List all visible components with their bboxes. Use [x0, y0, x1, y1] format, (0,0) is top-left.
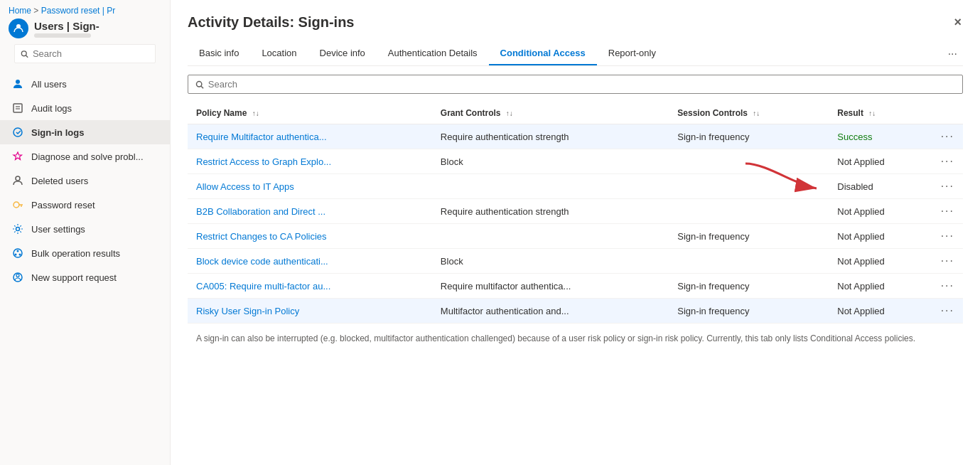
tabs-container: Basic info Location Device info Authenti… — [188, 42, 963, 66]
table-footnote: A sign-in can also be interrupted (e.g. … — [188, 324, 963, 351]
sort-icon-grant[interactable]: ↑↓ — [506, 109, 513, 117]
cell-more-0[interactable]: ··· — [932, 124, 963, 149]
sidebar-item-deleted-users[interactable]: Deleted users — [0, 169, 170, 193]
tab-device-info[interactable]: Device info — [308, 42, 377, 65]
cell-grant-controls-1: Block — [432, 149, 669, 174]
cell-more-4[interactable]: ··· — [932, 224, 963, 249]
cell-policy-name-2[interactable]: Allow Access to IT Apps — [188, 174, 432, 199]
cell-policy-name-3[interactable]: B2B Collaboration and Direct ... — [188, 199, 432, 224]
svg-point-19 — [196, 81, 201, 86]
cell-result-4: Not Applied — [829, 224, 932, 249]
cell-policy-name-4[interactable]: Restrict Changes to CA Policies — [188, 224, 432, 249]
svg-point-16 — [19, 254, 21, 256]
sort-icon-session[interactable]: ↑↓ — [753, 109, 760, 117]
table-row: Restrict Access to Graph Explo...BlockNo… — [188, 149, 963, 174]
table-search-input[interactable] — [208, 79, 955, 90]
tab-conditional-access[interactable]: Conditional Access — [489, 42, 597, 65]
col-policy-name[interactable]: Policy Name ↑↓ — [188, 102, 432, 124]
cell-session-controls-2 — [669, 174, 829, 199]
table-search-box[interactable] — [188, 75, 963, 94]
tab-auth-details[interactable]: Authentication Details — [377, 42, 489, 65]
cell-more-6[interactable]: ··· — [932, 274, 963, 299]
cell-more-5[interactable]: ··· — [932, 249, 963, 274]
settings-icon — [11, 223, 24, 235]
cell-policy-name-5[interactable]: Block device code authenticati... — [188, 249, 432, 274]
cell-grant-controls-7: Multifactor authentication and... — [432, 299, 669, 324]
search-icon — [21, 50, 28, 58]
cell-policy-name-7[interactable]: Risky User Sign-in Policy — [188, 299, 432, 324]
dialog-wrapper: Activity Details: Sign-ins × Basic info … — [171, 0, 980, 465]
diagnose-icon — [11, 150, 24, 163]
cell-policy-name-6[interactable]: CA005: Require multi-factor au... — [188, 274, 432, 299]
svg-point-18 — [16, 274, 19, 277]
sidebar-search-input[interactable] — [33, 48, 149, 59]
svg-point-15 — [15, 254, 17, 256]
close-button[interactable]: × — [952, 14, 963, 30]
cell-policy-name-0[interactable]: Require Multifactor authentica... — [188, 124, 432, 149]
cell-result-2: Disabled — [829, 174, 932, 199]
svg-point-1 — [21, 50, 26, 55]
dialog-title-text: Activity Details: Sign-ins — [188, 14, 355, 31]
sort-icon-result[interactable]: ↑↓ — [868, 109, 876, 117]
person-icon — [11, 78, 24, 90]
sidebar-item-sign-in-logs[interactable]: Sign-in logs — [0, 120, 170, 144]
cell-result-3: Not Applied — [829, 199, 932, 224]
tab-basic-info[interactable]: Basic info — [188, 42, 250, 65]
sidebar-item-password-reset[interactable]: Password reset — [0, 193, 170, 217]
sidebar-label-sign-in-logs: Sign-in logs — [31, 127, 84, 138]
cell-grant-controls-2 — [432, 174, 669, 199]
sidebar-label-audit-logs: Audit logs — [31, 103, 72, 114]
cell-session-controls-6: Sign-in frequency — [669, 274, 829, 299]
cell-grant-controls-0: Require authentication strength — [432, 124, 669, 149]
breadcrumb-home[interactable]: Home — [9, 6, 31, 16]
cell-result-7: Not Applied — [829, 299, 932, 324]
breadcrumb-link[interactable]: Password reset | Pr — [41, 6, 115, 16]
sidebar-item-new-support[interactable]: New support request — [0, 265, 170, 289]
col-grant-controls[interactable]: Grant Controls ↑↓ — [432, 102, 669, 124]
cell-session-controls-1 — [669, 149, 829, 174]
cell-grant-controls-3: Require authentication strength — [432, 199, 669, 224]
col-session-controls[interactable]: Session Controls ↑↓ — [669, 102, 829, 124]
sort-icon-policy[interactable]: ↑↓ — [252, 109, 259, 117]
cell-result-1: Not Applied — [829, 149, 932, 174]
svg-point-7 — [14, 128, 22, 137]
log-icon — [11, 102, 24, 114]
sidebar-label-diagnose: Diagnose and solve probl... — [31, 151, 144, 162]
svg-line-20 — [201, 86, 203, 88]
support-icon — [11, 271, 24, 284]
dialog: Activity Details: Sign-ins × Basic info … — [171, 0, 980, 465]
sidebar-item-all-users[interactable]: All users — [0, 72, 170, 96]
cell-more-1[interactable]: ··· — [932, 149, 963, 174]
sidebar: Home > Password reset | Pr Users | Sign- — [0, 0, 171, 465]
cell-more-7[interactable]: ··· — [932, 299, 963, 324]
sidebar-search-box[interactable] — [14, 44, 156, 63]
svg-point-3 — [16, 80, 20, 84]
sidebar-item-diagnose[interactable]: Diagnose and solve probl... — [0, 144, 170, 169]
azure-ad-icon — [13, 23, 24, 34]
cell-session-controls-3 — [669, 199, 829, 224]
cell-more-3[interactable]: ··· — [932, 199, 963, 224]
sidebar-label-all-users: All users — [31, 79, 67, 90]
cell-policy-name-1[interactable]: Restrict Access to Graph Explo... — [188, 149, 432, 174]
table-body: Require Multifactor authentica...Require… — [188, 124, 963, 324]
sidebar-item-audit-logs[interactable]: Audit logs — [0, 96, 170, 120]
sidebar-item-user-settings[interactable]: User settings — [0, 217, 170, 241]
table-header: Policy Name ↑↓ Grant Controls ↑↓ Session… — [188, 102, 963, 124]
breadcrumb: Home > Password reset | Pr — [9, 6, 161, 16]
dialog-title-row: Activity Details: Sign-ins × — [188, 14, 963, 31]
key-icon — [11, 198, 24, 211]
svg-line-2 — [26, 55, 28, 58]
col-actions-header — [932, 102, 963, 124]
tabs-more-button[interactable]: ··· — [942, 45, 963, 63]
app-icon — [9, 18, 28, 38]
table-row: B2B Collaboration and Direct ...Require … — [188, 199, 963, 224]
tab-report-only[interactable]: Report-only — [597, 42, 667, 65]
tab-location[interactable]: Location — [250, 42, 308, 65]
sidebar-label-bulk-operations: Bulk operation results — [31, 248, 120, 259]
table-row: Allow Access to IT AppsDisabled··· — [188, 174, 963, 199]
cell-more-2[interactable]: ··· — [932, 174, 963, 199]
sidebar-item-bulk-operations[interactable]: Bulk operation results — [0, 241, 170, 265]
cell-result-0: Success — [829, 124, 932, 149]
col-result[interactable]: Result ↑↓ — [829, 102, 932, 124]
sidebar-label-user-settings: User settings — [31, 224, 85, 235]
